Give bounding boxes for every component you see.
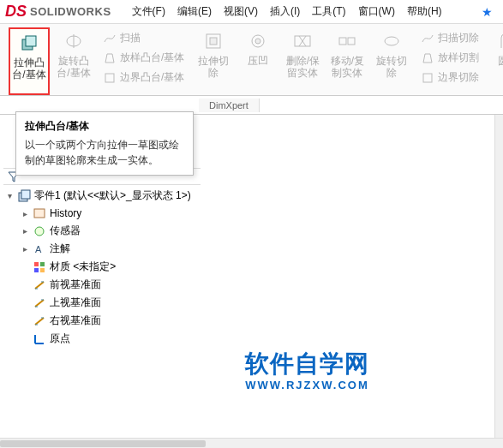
menu-help[interactable]: 帮助(H)	[402, 1, 447, 22]
cut-revolve-icon	[381, 31, 402, 51]
menu-file[interactable]: 文件(F)	[127, 1, 171, 22]
tree-toggle-icon[interactable]: ▾	[5, 191, 14, 200]
svg-rect-3	[105, 74, 114, 82]
tree-top-plane[interactable]: 上视基准面	[19, 294, 202, 312]
svg-point-16	[35, 227, 44, 236]
annotations-icon: A	[33, 242, 46, 256]
sweep-button[interactable]: 扫描	[101, 29, 186, 47]
cut-sweep-icon	[421, 32, 434, 45]
delete-keep-button[interactable]: 删除/保留实体	[282, 27, 323, 95]
tree-origin[interactable]: 原点	[19, 330, 202, 348]
loft-icon	[103, 51, 117, 65]
tree-history[interactable]: ▸ History	[19, 205, 202, 222]
loft-button[interactable]: 放样凸台/基体	[101, 49, 186, 67]
scrollbar-thumb[interactable]	[0, 440, 206, 447]
sweep-icon	[103, 32, 117, 45]
cut-revolve-label: 旋转切除	[373, 55, 410, 80]
fillet-button[interactable]: 圆角	[488, 27, 503, 95]
history-icon	[33, 206, 46, 220]
revolve-icon	[63, 31, 84, 51]
boundary-icon	[103, 71, 117, 85]
title-bar: DS SOLIDWORKS 文件(F) 编辑(E) 视图(V) 插入(I) 工具…	[0, 0, 503, 24]
delete-keep-icon	[292, 31, 313, 51]
plane-icon	[33, 296, 46, 310]
svg-point-11	[385, 37, 398, 45]
revolve-label: 旋转凸台/基体	[55, 55, 93, 80]
cut-extrude-icon	[203, 31, 224, 51]
cut-boundary-icon	[421, 71, 434, 85]
hole-label: 压凹	[248, 55, 268, 67]
app-logo: DS SOLIDWORKS	[5, 3, 111, 21]
move-copy-label: 移动/复制实体	[328, 55, 366, 80]
vertical-scrollbar[interactable]	[494, 115, 503, 438]
extrude-label: 拉伸凸台/基体	[12, 57, 46, 81]
hole-wizard-button[interactable]: 压凹	[237, 27, 278, 95]
extrude-icon	[19, 33, 39, 53]
watermark-sub: WWW.RJZXW.COM	[245, 379, 369, 391]
fillet-label: 圆角	[498, 55, 503, 67]
ribbon-group-features: 拉伸凸台/基体 旋转凸台/基体 扫描 放样凸台/基体 边界凸台/基体 拉伸切除	[3, 27, 503, 95]
svg-rect-15	[34, 209, 45, 218]
tree-right-plane[interactable]: 右视基准面	[19, 312, 202, 330]
boundary-button[interactable]: 边界凸台/基体	[101, 69, 186, 87]
cut-extrude-button[interactable]: 拉伸切除	[193, 27, 234, 95]
plane-icon	[33, 278, 46, 292]
svg-rect-5	[210, 38, 217, 45]
cut-small-stack: 扫描切除 放样切割 边界切除	[416, 27, 484, 95]
svg-rect-9	[339, 38, 346, 45]
svg-rect-20	[34, 268, 39, 272]
tooltip-title: 拉伸凸台/基体	[25, 119, 184, 134]
ribbon: 拉伸凸台/基体 旋转凸台/基体 扫描 放样凸台/基体 边界凸台/基体 拉伸切除	[0, 24, 503, 96]
graphics-area[interactable]	[206, 115, 503, 448]
part-icon	[17, 189, 31, 203]
tree-front-plane[interactable]: 前视基准面	[19, 276, 202, 294]
menu-insert[interactable]: 插入(I)	[265, 1, 305, 22]
tree-root[interactable]: ▾ 零件1 (默认<<默认>_显示状态 1>)	[3, 187, 202, 205]
cut-loft-button[interactable]: 放样切割	[419, 49, 481, 67]
menu-edit[interactable]: 编辑(E)	[172, 1, 217, 22]
tree-annotations[interactable]: ▸ A 注解	[19, 240, 202, 258]
tree-sensors[interactable]: ▸ 传感器	[19, 222, 202, 240]
svg-rect-12	[423, 74, 432, 82]
origin-icon	[33, 332, 46, 346]
horizontal-scrollbar[interactable]	[0, 438, 503, 448]
svg-rect-1	[26, 36, 36, 46]
feature-tree: ▾ 零件1 (默认<<默认>_显示状态 1>) ▸ History ▸ 传感器 …	[3, 187, 202, 348]
tooltip-desc: 以一个或两个方向拉伸一草图或绘制的草图轮廓来生成一实体。	[25, 137, 184, 168]
cut-revolve-button[interactable]: 旋转切除	[371, 27, 412, 95]
watermark-main: 软件自学网	[245, 348, 369, 380]
revolve-boss-button[interactable]: 旋转凸台/基体	[53, 27, 94, 95]
tab-dimxpert[interactable]: DimXpert	[199, 99, 260, 112]
hole-icon	[248, 31, 268, 51]
cut-boundary-button[interactable]: 边界切除	[419, 69, 481, 87]
sensors-icon	[33, 224, 46, 238]
svg-rect-18	[34, 262, 39, 266]
logo-mark-icon: DS	[5, 3, 27, 21]
menu-bar: 文件(F) 编辑(E) 视图(V) 插入(I) 工具(T) 窗口(W) 帮助(H…	[127, 1, 447, 22]
menu-tools[interactable]: 工具(T)	[307, 1, 350, 22]
cut-loft-icon	[421, 51, 434, 65]
extrude-boss-button[interactable]: 拉伸凸台/基体	[9, 27, 50, 95]
watermark: 软件自学网 WWW.RJZXW.COM	[245, 348, 369, 391]
cut-sweep-button[interactable]: 扫描切除	[419, 29, 481, 47]
svg-text:A: A	[35, 244, 42, 254]
move-copy-icon	[337, 31, 357, 51]
logo-text: SOLIDWORKS	[30, 5, 111, 18]
menu-view[interactable]: 视图(V)	[219, 1, 263, 22]
tree-root-label: 零件1 (默认<<默认>_显示状态 1>)	[34, 188, 191, 203]
svg-rect-10	[348, 38, 355, 45]
delete-keep-label: 删除/保留实体	[284, 55, 321, 80]
cut-extrude-label: 拉伸切除	[195, 55, 232, 80]
svg-rect-19	[40, 262, 45, 266]
fillet-icon	[498, 31, 503, 51]
tooltip: 拉伸凸台/基体 以一个或两个方向拉伸一草图或绘制的草图轮廓来生成一实体。	[15, 111, 194, 176]
star-icon[interactable]: ★	[476, 5, 498, 19]
menu-window[interactable]: 窗口(W)	[353, 1, 400, 22]
svg-rect-21	[40, 268, 45, 272]
boss-small-stack: 扫描 放样凸台/基体 边界凸台/基体	[98, 27, 189, 95]
move-copy-button[interactable]: 移动/复制实体	[326, 27, 368, 95]
plane-icon	[33, 314, 46, 328]
tree-material[interactable]: 材质 <未指定>	[19, 258, 202, 276]
material-icon	[33, 260, 46, 274]
svg-rect-14	[21, 190, 30, 199]
